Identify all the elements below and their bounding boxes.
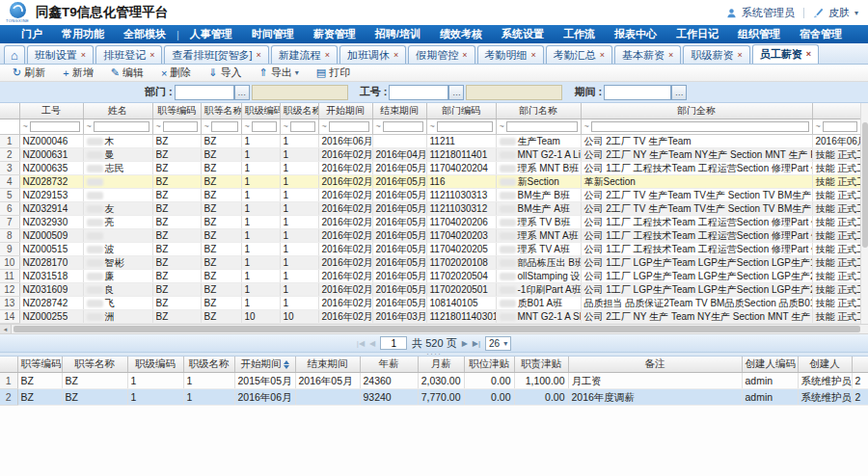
scroll-left-button[interactable]: ◂	[0, 325, 12, 333]
table-row[interactable]: 2BZBZ112016年06月932407,770.000.000.002016…	[0, 388, 868, 405]
column-header[interactable]: 职责津贴	[514, 357, 568, 372]
table-row[interactable]: 2NZ000631曼BZBZ112016年02月2016年04月11218011…	[0, 147, 860, 161]
table-row[interactable]: 9NZ000515波BZBZ112016年02月2016年05月11704020…	[0, 242, 860, 255]
next-page-button[interactable]: ▶	[462, 339, 468, 348]
menu-item-14[interactable]: 宿舍管理	[790, 27, 852, 41]
column-header[interactable]: 备注	[568, 357, 742, 372]
menu-item-11[interactable]: 报表中心	[605, 27, 666, 41]
close-icon[interactable]: ×	[462, 51, 467, 60]
close-icon[interactable]: ×	[149, 51, 154, 60]
menu-item-3[interactable]: 全部模块	[114, 27, 176, 41]
column-filter-input[interactable]	[211, 121, 238, 132]
table-row[interactable]: 4NZ028732BZBZ112016年02月2016年05月116新Secti…	[0, 174, 860, 188]
tab-1[interactable]: 班制设置×	[27, 45, 94, 64]
column-header[interactable]: 职位津贴	[464, 357, 514, 372]
column-filter-input[interactable]	[252, 121, 277, 132]
column-header[interactable]: 结束期间	[295, 357, 360, 372]
tab-3[interactable]: 查看排班[贺智多]×	[164, 45, 268, 64]
table-row[interactable]: 10NZ028170智彬BZBZ112016年02月2016年05月117020…	[0, 255, 860, 269]
column-header[interactable]: 年薪	[360, 357, 418, 372]
tab-6[interactable]: 假期管控×	[408, 45, 475, 64]
close-icon[interactable]: ×	[737, 51, 742, 60]
menu-item-8[interactable]: 绩效考核	[430, 27, 492, 41]
table-row[interactable]: 7NZ032930亮BZBZ112016年02月2016年05月11704020…	[0, 215, 860, 228]
close-icon[interactable]: ×	[531, 51, 536, 60]
tab-9[interactable]: 基本薪资×	[614, 45, 681, 64]
column-filter-input[interactable]	[163, 121, 198, 132]
column-header[interactable]: 职级编码	[127, 357, 183, 372]
table-row[interactable]: 14NZ000255洲BZBZ10102016年02月2016年03月11218…	[0, 309, 860, 323]
column-header[interactable]: 职级名称	[183, 357, 234, 372]
menu-item-4[interactable]: 人事管理	[180, 27, 242, 41]
tab-7[interactable]: 考勤明细×	[477, 45, 544, 64]
menu-item-2[interactable]: 常用功能	[52, 27, 114, 41]
menu-item-10[interactable]: 工作流	[554, 27, 605, 41]
table-row[interactable]: 11NZ031518廉BZBZ112016年02月2016年05月1170202…	[0, 269, 860, 282]
close-icon[interactable]: ×	[600, 51, 605, 60]
column-filter-input[interactable]	[30, 121, 80, 132]
table-row[interactable]: 1NZ000046木BZBZ112016年06月11211生产Team公司 2工…	[0, 134, 860, 147]
column-filter-input[interactable]	[383, 121, 423, 132]
close-icon[interactable]: ×	[257, 51, 261, 60]
column-header[interactable]: 月薪	[418, 357, 464, 372]
first-page-button[interactable]: |◀	[357, 339, 365, 348]
table-row[interactable]: 6NZ032914友BZBZ112016年02月2016年05月11211030…	[0, 201, 860, 215]
column-header[interactable]: 职等编码	[17, 357, 62, 372]
column-header[interactable]: 部门编码	[426, 103, 496, 119]
export-button[interactable]: ⇑导出▾	[251, 66, 308, 80]
period-browse-button[interactable]: …	[671, 85, 687, 100]
dept-browse-button[interactable]: …	[234, 85, 250, 100]
dept-filter-input[interactable]	[175, 85, 234, 100]
column-header[interactable]	[852, 357, 868, 372]
column-filter-input[interactable]	[290, 121, 315, 132]
column-filter-input[interactable]	[329, 121, 369, 132]
column-header[interactable]: 职等编码	[152, 103, 201, 119]
column-header[interactable]: 开始期间	[234, 357, 295, 372]
column-header[interactable]: 职级编码	[241, 103, 280, 119]
refresh-button[interactable]: ↻刷新	[4, 66, 54, 80]
scrollbar-thumb[interactable]	[14, 326, 860, 332]
page-size-select[interactable]: 26 ▾	[485, 336, 511, 351]
import-button[interactable]: ⇓导入	[200, 66, 250, 80]
user-name[interactable]: 系统管理员	[742, 6, 795, 20]
period-filter-input[interactable]	[604, 85, 671, 100]
table-row[interactable]: 12NZ031609良BZBZ112016年02月2016年05月1170202…	[0, 282, 860, 296]
tab-2[interactable]: 排班登记×	[95, 45, 162, 64]
vertical-scrollbar[interactable]	[860, 103, 868, 324]
scrollbar-thumb[interactable]	[862, 122, 868, 248]
menu-item-6[interactable]: 薪资管理	[304, 27, 366, 41]
column-header[interactable]: 职级名称	[280, 103, 318, 119]
column-filter-input[interactable]	[591, 121, 809, 132]
column-header[interactable]: 工号	[19, 103, 83, 119]
skin-button[interactable]: 皮肤	[828, 6, 850, 20]
menu-item-12[interactable]: 工作日记	[666, 27, 728, 41]
table-row[interactable]: 13NZ028742飞BZBZ112016年02月2016年05月1081401…	[0, 296, 860, 309]
close-icon[interactable]: ×	[81, 51, 86, 60]
edit-button[interactable]: ✎编辑	[102, 66, 152, 80]
tab-8[interactable]: 考勤汇总×	[546, 45, 612, 64]
column-filter-input[interactable]	[94, 121, 149, 132]
table-row[interactable]: 8NZ000509BZBZ112016年02月2016年05月117040202…	[0, 228, 860, 242]
column-header[interactable]: 姓名	[83, 103, 152, 119]
column-header[interactable]: 创建人	[798, 357, 852, 372]
prev-page-button[interactable]: ◀	[369, 339, 375, 348]
table-row[interactable]: 1BZBZ112015年05月2016年05月243602,030.000.00…	[0, 372, 868, 388]
page-number-input[interactable]	[380, 336, 407, 350]
tab-5[interactable]: 加班调休×	[339, 45, 406, 64]
menu-item-5[interactable]: 时间管理	[242, 27, 304, 41]
tab-11[interactable]: 员工薪资×	[752, 44, 819, 64]
horizontal-scrollbar[interactable]: ◂	[0, 324, 868, 334]
column-filter-input[interactable]	[437, 121, 493, 132]
column-header[interactable]: 开始期间	[318, 103, 372, 119]
table-row[interactable]: 3NZ000635志民BZBZ112016年02月2016年05月1170402…	[0, 161, 860, 174]
print-button[interactable]: ▤打印	[308, 66, 359, 80]
column-header[interactable]: 职等名称	[62, 357, 127, 372]
tab-10[interactable]: 职级薪资×	[683, 45, 749, 64]
column-header[interactable]: 部门名称	[496, 103, 581, 119]
menu-item-13[interactable]: 组织管理	[728, 27, 790, 41]
add-button[interactable]: +新增	[54, 66, 101, 80]
last-page-button[interactable]: ▶|	[473, 339, 480, 348]
close-icon[interactable]: ×	[325, 51, 330, 60]
close-icon[interactable]: ×	[393, 51, 398, 60]
table-row[interactable]: 5NZ029153BZBZ112016年02月2016年05月112110303…	[0, 188, 860, 201]
